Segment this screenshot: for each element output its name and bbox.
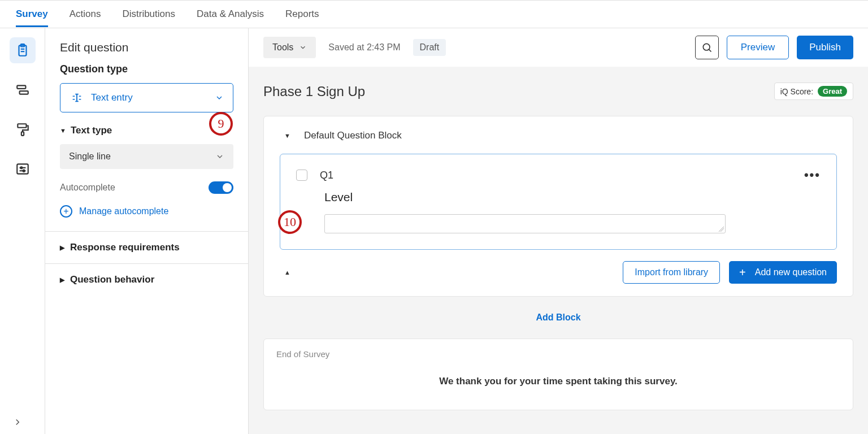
response-requirements-label: Response requirements <box>70 242 180 253</box>
question-number: Q1 <box>320 170 333 181</box>
tools-button[interactable]: Tools <box>263 37 316 58</box>
paint-roller-icon <box>15 122 30 137</box>
add-new-question-label: Add new question <box>755 267 827 277</box>
tab-actions[interactable]: Actions <box>70 2 101 27</box>
canvas-body: Phase 1 Sign Up iQ Score: Great ▼ Defaul… <box>249 67 868 434</box>
rail-builder[interactable] <box>10 37 36 63</box>
svg-point-14 <box>703 44 710 50</box>
tab-data-analysis[interactable]: Data & Analysis <box>197 2 264 27</box>
question-checkbox[interactable] <box>296 170 307 181</box>
tab-reports[interactable]: Reports <box>285 2 319 27</box>
canvas-header: Tools Saved at 2:43 PM Draft Preview Pub… <box>249 28 868 67</box>
question-label[interactable]: Level <box>324 190 821 204</box>
iq-score-value: Great <box>818 86 847 97</box>
end-of-survey-title: End of Survey <box>276 349 840 359</box>
caret-right-icon: ▶ <box>60 244 64 251</box>
survey-header-row: Phase 1 Sign Up iQ Score: Great <box>263 83 853 100</box>
block-footer-caret[interactable]: ▲ <box>284 269 290 276</box>
add-new-question-button[interactable]: + Add new question <box>729 261 837 284</box>
tab-survey[interactable]: Survey <box>16 2 48 27</box>
iq-score-label: iQ Score: <box>780 87 813 96</box>
rail-flow[interactable] <box>10 77 36 103</box>
autocomplete-toggle[interactable] <box>209 181 233 194</box>
question-block: ▼ Default Question Block Q1 ••• Level ▲ … <box>263 116 853 297</box>
plus-circle-icon: + <box>60 205 72 218</box>
response-requirements-row[interactable]: ▶ Response requirements <box>45 231 248 263</box>
draft-badge: Draft <box>413 39 446 56</box>
preview-button[interactable]: Preview <box>727 36 789 59</box>
import-from-library-button[interactable]: Import from library <box>623 261 720 284</box>
question-type-label: Text entry <box>91 92 133 103</box>
end-of-survey-message: We thank you for your time spent taking … <box>276 376 840 387</box>
svg-rect-6 <box>18 124 26 128</box>
edit-panel-title: Edit question <box>45 41 248 63</box>
question-more-menu[interactable]: ••• <box>804 168 821 183</box>
question-type-selector[interactable]: Text entry <box>60 83 233 112</box>
block-collapse-caret[interactable]: ▼ <box>284 132 290 139</box>
svg-point-10 <box>20 167 22 168</box>
text-type-value: Single line <box>69 151 111 162</box>
question-behavior-row[interactable]: ▶ Question behavior <box>45 263 248 296</box>
top-nav: Survey Actions Distributions Data & Anal… <box>0 0 868 28</box>
flow-icon <box>15 83 30 97</box>
clipboard-icon <box>15 43 30 58</box>
search-button[interactable] <box>695 36 719 59</box>
chevron-down-icon <box>299 44 307 51</box>
tools-label: Tools <box>272 42 293 53</box>
workspace: Edit question Question type Text entry ▼… <box>0 28 868 434</box>
text-type-heading[interactable]: ▼ Text type <box>45 125 248 144</box>
rail-options[interactable] <box>10 156 36 182</box>
caret-right-icon: ▶ <box>60 276 64 284</box>
svg-line-15 <box>709 49 711 51</box>
rail-expand[interactable] <box>12 417 23 427</box>
saved-timestamp: Saved at 2:43 PM <box>328 42 400 53</box>
question-behavior-label: Question behavior <box>70 274 154 285</box>
text-entry-icon <box>71 92 83 104</box>
sliders-icon <box>15 162 30 176</box>
publish-button[interactable]: Publish <box>797 36 853 59</box>
question-card[interactable]: Q1 ••• Level <box>280 154 837 250</box>
autocomplete-row: Autocomplete <box>45 181 248 202</box>
svg-rect-5 <box>19 91 28 94</box>
edit-question-panel: Edit question Question type Text entry ▼… <box>45 28 249 434</box>
rail-look-feel[interactable] <box>10 116 36 142</box>
chevron-down-icon <box>215 93 224 102</box>
svg-point-12 <box>23 170 24 172</box>
question-type-heading: Question type <box>45 63 248 83</box>
left-rail <box>0 28 45 434</box>
svg-rect-7 <box>21 132 23 136</box>
plus-icon: + <box>739 267 746 278</box>
tab-distributions[interactable]: Distributions <box>122 2 175 27</box>
canvas: Tools Saved at 2:43 PM Draft Preview Pub… <box>249 28 868 434</box>
question-text-input[interactable] <box>324 214 726 233</box>
text-type-select[interactable]: Single line <box>60 144 233 169</box>
survey-title[interactable]: Phase 1 Sign Up <box>263 84 365 99</box>
block-name[interactable]: Default Question Block <box>304 130 402 141</box>
text-type-label: Text type <box>71 125 112 136</box>
svg-rect-4 <box>17 85 25 88</box>
caret-down-icon: ▼ <box>60 127 66 134</box>
svg-rect-8 <box>17 164 28 173</box>
manage-autocomplete-link[interactable]: + Manage autocomplete <box>45 202 248 231</box>
chevron-down-icon <box>215 152 224 161</box>
chevron-right-icon <box>12 417 23 427</box>
search-icon <box>701 42 713 53</box>
autocomplete-label: Autocomplete <box>60 183 115 193</box>
end-of-survey-block: End of Survey We thank you for your time… <box>263 338 853 410</box>
add-block-link[interactable]: Add Block <box>263 313 853 323</box>
manage-autocomplete-label: Manage autocomplete <box>79 206 168 216</box>
iq-score-box[interactable]: iQ Score: Great <box>774 83 853 100</box>
